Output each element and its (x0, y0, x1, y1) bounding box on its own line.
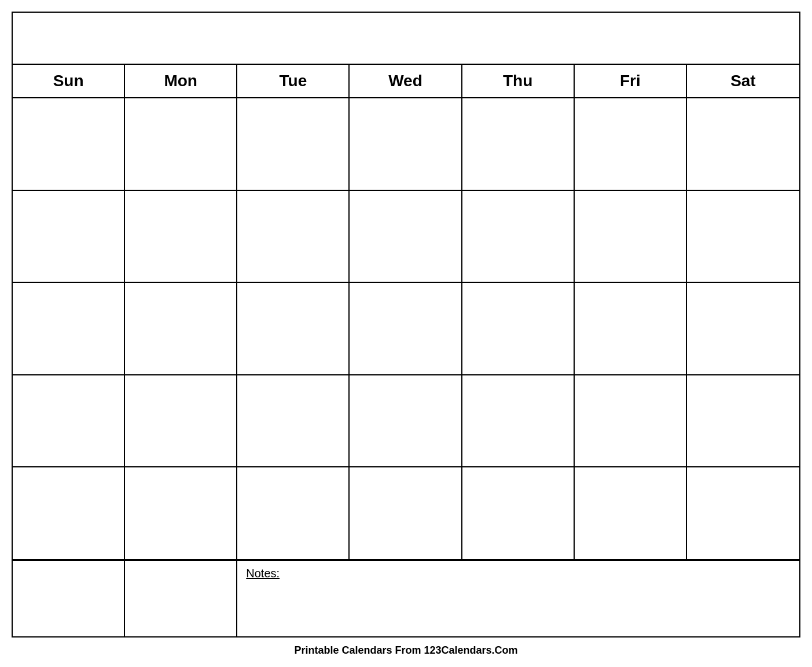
cell-r3-sun (13, 283, 125, 374)
cell-r5-sat (687, 467, 799, 559)
cell-r5-fri (575, 467, 687, 559)
header-mon: Mon (125, 65, 237, 97)
cell-r3-fri (575, 283, 687, 374)
footer-text-normal: Printable Calendars From (294, 644, 424, 656)
calendar-body: Notes: (13, 98, 799, 636)
calendar-container: Sun Mon Tue Wed Thu Fri Sat (12, 12, 800, 637)
header-thu: Thu (462, 65, 575, 97)
cell-r1-mon (125, 98, 237, 190)
header-sat: Sat (687, 65, 799, 97)
cell-r2-thu (462, 191, 575, 282)
cell-r2-sun (13, 191, 125, 282)
cell-r2-tue (237, 191, 350, 282)
cell-r5-sun (13, 467, 125, 559)
cell-r4-sat (687, 375, 799, 467)
cell-r4-tue (237, 375, 350, 467)
calendar-row-1 (13, 98, 799, 191)
cell-r4-fri (575, 375, 687, 467)
header-wed: Wed (350, 65, 462, 97)
page-wrapper: Sun Mon Tue Wed Thu Fri Sat (0, 0, 812, 667)
cell-r5-tue (237, 467, 350, 559)
cell-r2-mon (125, 191, 237, 282)
title-row (13, 13, 799, 65)
cell-r2-sat (687, 191, 799, 282)
cell-r2-fri (575, 191, 687, 282)
cell-r3-sat (687, 283, 799, 374)
cell-r1-fri (575, 98, 687, 190)
cell-r4-sun (13, 375, 125, 467)
cell-r2-wed (350, 191, 462, 282)
cell-r4-wed (350, 375, 462, 467)
header-tue: Tue (237, 65, 350, 97)
notes-empty-2 (125, 561, 237, 636)
cell-r4-thu (462, 375, 575, 467)
cell-r5-wed (350, 467, 462, 559)
cell-r5-thu (462, 467, 575, 559)
cell-r3-tue (237, 283, 350, 374)
footer-text-bold: 123Calendars.Com (424, 644, 517, 656)
header-sun: Sun (13, 65, 125, 97)
cell-r5-mon (125, 467, 237, 559)
cell-r1-sun (13, 98, 125, 190)
cell-r3-thu (462, 283, 575, 374)
cell-r1-sat (687, 98, 799, 190)
cell-r3-mon (125, 283, 237, 374)
header-fri: Fri (575, 65, 687, 97)
notes-label: Notes: (246, 567, 280, 580)
notes-content: Notes: (237, 561, 799, 636)
calendar-row-2 (13, 191, 799, 283)
calendar-row-3 (13, 283, 799, 375)
calendar-row-4 (13, 375, 799, 468)
cell-r1-tue (237, 98, 350, 190)
cell-r3-wed (350, 283, 462, 374)
notes-empty-1 (13, 561, 125, 636)
cell-r1-wed (350, 98, 462, 190)
calendar-header: Sun Mon Tue Wed Thu Fri Sat (13, 65, 799, 98)
cell-r1-thu (462, 98, 575, 190)
notes-row: Notes: (13, 560, 799, 636)
cell-r4-mon (125, 375, 237, 467)
calendar-row-5 (13, 467, 799, 560)
footer: Printable Calendars From 123Calendars.Co… (294, 644, 517, 661)
